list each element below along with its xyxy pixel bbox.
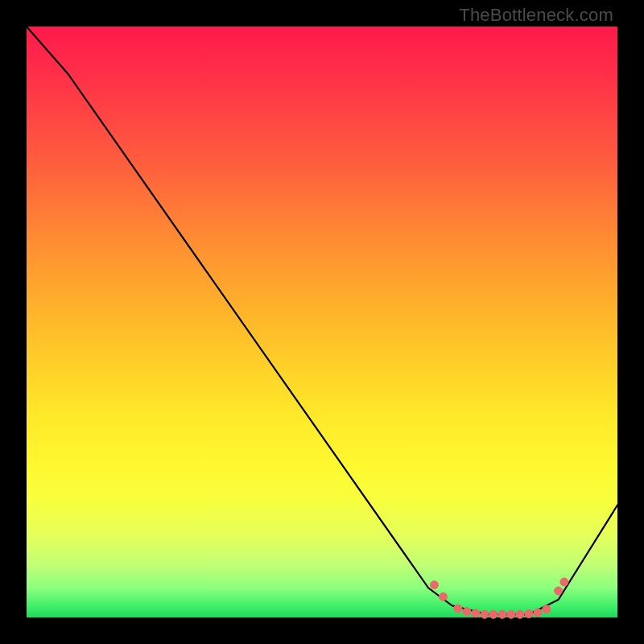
data-marker — [472, 609, 480, 617]
data-marker — [525, 610, 533, 618]
data-marker — [454, 605, 462, 613]
bottleneck-curve — [27, 27, 617, 617]
plot-area — [27, 27, 617, 617]
attribution-text: TheBottleneck.com — [459, 5, 613, 26]
data-marker — [440, 592, 448, 601]
data-marker — [543, 605, 551, 613]
data-marker — [516, 610, 524, 618]
data-marker — [534, 609, 542, 617]
data-markers — [431, 578, 568, 618]
data-marker — [555, 587, 563, 595]
data-marker — [507, 610, 515, 618]
chart-container: TheBottleneck.com — [0, 0, 644, 644]
data-marker — [481, 610, 489, 618]
data-marker — [489, 610, 497, 618]
curve-path — [27, 27, 617, 614]
data-marker — [463, 608, 471, 616]
data-marker — [560, 578, 568, 586]
data-marker — [431, 581, 439, 589]
data-marker — [498, 610, 506, 618]
